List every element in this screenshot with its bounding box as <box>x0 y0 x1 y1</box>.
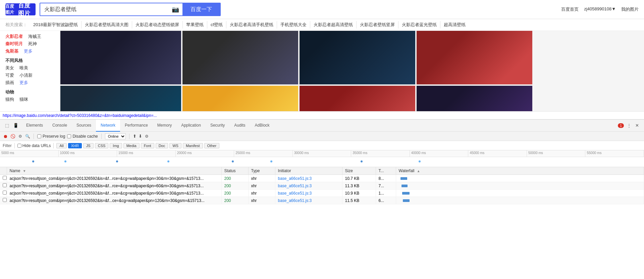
image-cell-5[interactable] <box>182 86 298 111</box>
related-link-8[interactable]: 火影忍者壁纸竖屏 <box>357 21 398 28</box>
sidebar-active-item-0[interactable]: 火影忍者 <box>5 33 23 40</box>
search-input[interactable] <box>40 6 168 12</box>
related-link-6[interactable]: 手机壁纸大全 <box>277 21 310 28</box>
sidebar-more-0[interactable]: 更多 <box>24 48 33 54</box>
filter-btn-font[interactable]: Font <box>141 143 154 148</box>
top-link-user[interactable]: zj4058990108▼ <box>584 6 616 12</box>
filter-btn-all[interactable]: All <box>56 143 66 148</box>
tab-memory[interactable]: Memory <box>153 120 176 132</box>
tab-performance[interactable]: Performance <box>120 120 153 132</box>
sidebar-styles: 美女 唯美 可爱 小清新 插画 更多 <box>5 65 55 86</box>
image-cell-6[interactable] <box>300 86 415 111</box>
style-sub-0[interactable]: 唯美 <box>19 65 28 71</box>
table-row[interactable]: acjson?tn=resultjson_com&ipn=rj&ct=20132… <box>0 197 644 204</box>
style-item-0[interactable]: 美女 <box>5 65 14 71</box>
row-checkbox-1[interactable] <box>3 183 7 187</box>
filter-btn-js[interactable]: JS <box>83 143 94 148</box>
row-checkbox-3[interactable] <box>3 198 7 202</box>
col-header-waterfall[interactable]: Waterfall ▲ <box>396 167 644 175</box>
animal-item-0[interactable]: 猫狗 <box>5 96 14 102</box>
filter-btn-manifest[interactable]: Manifest <box>183 143 203 148</box>
tab-sources[interactable]: Sources <box>72 120 96 132</box>
related-link-9[interactable]: 火影忍者蓝光壁纸 <box>398 21 440 28</box>
col-header-status[interactable]: Status <box>221 167 248 175</box>
style-item-2[interactable]: 插画 <box>5 80 14 86</box>
initiator-link-3[interactable]: base_a66ce51.js:3 <box>278 198 312 203</box>
tab-security[interactable]: Security <box>206 120 229 132</box>
top-link-home[interactable]: 百度首页 <box>561 6 579 12</box>
initiator-link-0[interactable]: base_a66ce51.js:3 <box>278 176 312 181</box>
related-link-10[interactable]: 超高清壁纸 <box>440 21 469 28</box>
search-button[interactable]: 百度一下 <box>182 3 220 16</box>
filter-icon[interactable]: ⚙ <box>17 134 23 139</box>
preserve-log-checkbox[interactable]: Preserve log <box>37 134 65 139</box>
online-select[interactable]: Online <box>105 133 126 139</box>
filter-btn-doc[interactable]: Doc <box>156 143 168 148</box>
related-link-3[interactable]: 苹果壁纸 <box>183 21 207 28</box>
devtools-close-icon[interactable]: ✕ <box>634 123 640 129</box>
animal-item-1[interactable]: 猫咪 <box>19 96 28 102</box>
related-link-5[interactable]: 火影忍者高清手机壁纸 <box>226 21 277 28</box>
hide-data-urls-checkbox[interactable]: Hide data URLs <box>17 143 51 148</box>
table-row[interactable]: acjson?tn=resultjson_com&ipn=rj&ct=20132… <box>0 190 644 197</box>
filter-btn-ws[interactable]: WS <box>169 143 181 148</box>
initiator-link-2[interactable]: base_a66ce51.js:3 <box>278 191 312 196</box>
devtools-device-icon[interactable]: 📱 <box>13 123 19 129</box>
top-link-images[interactable]: 我的图片 <box>621 6 639 12</box>
camera-icon[interactable]: 📷 <box>168 6 182 13</box>
image-cell-1[interactable] <box>182 31 298 84</box>
image-cell-3[interactable] <box>417 31 532 84</box>
toolbar-divider-3 <box>129 134 129 139</box>
related-link-1[interactable]: 火影忍者壁纸高清大图 <box>82 21 132 28</box>
image-cell-2[interactable] <box>300 31 415 84</box>
sidebar-item-0[interactable]: 海贼王 <box>28 33 41 40</box>
preserve-log-input[interactable] <box>37 134 41 138</box>
filter-btn-other[interactable]: Other <box>204 143 220 148</box>
tab-console[interactable]: Console <box>48 120 72 132</box>
row-checkbox-2[interactable] <box>3 191 7 195</box>
sidebar-active-item-1[interactable]: 秦时明月 <box>5 41 23 47</box>
search-icon[interactable]: 🔍 <box>25 134 30 139</box>
tab-audits[interactable]: Audits <box>229 120 250 132</box>
tab-adblock[interactable]: AdBlock <box>250 120 274 132</box>
devtools-more-icon[interactable]: ⋮ <box>626 123 632 129</box>
image-cell-0[interactable] <box>60 31 181 84</box>
tab-network[interactable]: Network <box>96 120 120 132</box>
style-sub-1[interactable]: 小清新 <box>19 72 33 78</box>
upload-icon[interactable]: ⬆ <box>133 134 137 139</box>
filter-btn-img[interactable]: Img <box>110 143 122 148</box>
clear-icon[interactable]: 🚫 <box>10 134 15 139</box>
col-header-name[interactable]: Name ▼ <box>7 167 221 175</box>
record-icon[interactable]: ⏺ <box>3 134 8 139</box>
hide-data-urls-input[interactable] <box>17 144 21 148</box>
initiator-link-1[interactable]: base_a66ce51.js:3 <box>278 184 312 188</box>
col-header-type[interactable]: Type <box>248 167 275 175</box>
related-link-0[interactable]: 2018最新宇智波鼬壁纸 <box>30 21 82 28</box>
related-link-2[interactable]: 火影忍者动态壁纸锁屏 <box>132 21 183 28</box>
disable-cache-input[interactable] <box>67 134 71 138</box>
sidebar-active-item-2[interactable]: 兔斯基 <box>5 48 18 54</box>
disable-cache-checkbox[interactable]: Disable cache <box>67 134 98 139</box>
col-header-initiator[interactable]: Initiator <box>275 167 342 175</box>
filter-btn-media[interactable]: Media <box>123 143 140 148</box>
sidebar-more-1[interactable]: 更多 <box>19 80 28 86</box>
image-cell-7[interactable] <box>417 86 532 111</box>
related-link-7[interactable]: 火影忍者超高清壁纸 <box>310 21 357 28</box>
filter-btn-css[interactable]: CSS <box>95 143 109 148</box>
image-cell-4[interactable] <box>60 86 181 111</box>
related-link-4[interactable]: cf壁纸 <box>207 21 226 28</box>
col-header-time[interactable]: T... <box>376 167 396 175</box>
col-header-size[interactable]: Size <box>342 167 376 175</box>
tab-elements[interactable]: Elements <box>21 120 48 132</box>
settings-icon[interactable]: ⚙ <box>144 134 150 139</box>
table-row[interactable]: acjson?tn=resultjson_com&ipn=rj&ct=20132… <box>0 175 644 182</box>
style-item-1[interactable]: 可爱 <box>5 72 14 78</box>
download-icon[interactable]: ⬇ <box>139 134 142 139</box>
tab-application[interactable]: Application <box>176 120 206 132</box>
row-checkbox-0[interactable] <box>3 176 7 180</box>
devtools-inspect-icon[interactable]: ⬚ <box>4 123 10 129</box>
filter-btn-xhr[interactable]: XHR <box>68 143 82 148</box>
table-row[interactable]: acjson?tn=resultjson_com&ipn=rj&ct=20132… <box>0 182 644 190</box>
sidebar-item-1[interactable]: 死神 <box>28 41 37 47</box>
row-waterfall-0 <box>396 175 644 182</box>
